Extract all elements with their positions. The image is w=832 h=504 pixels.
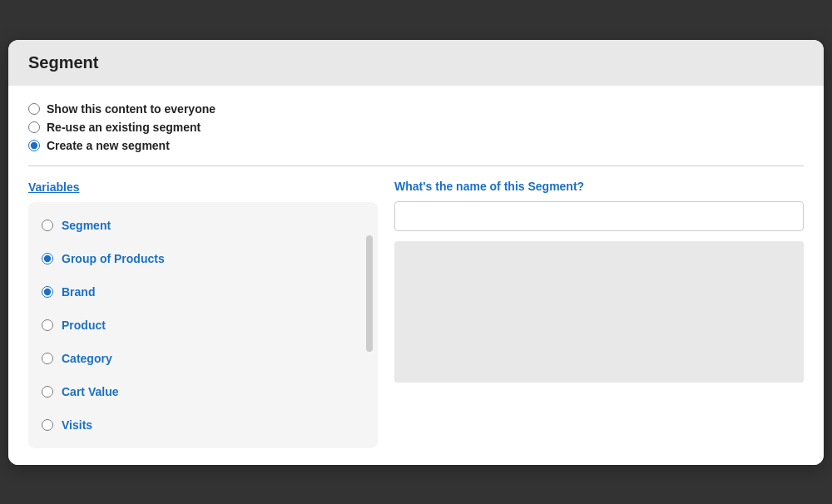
var-brand-radio[interactable]	[42, 286, 53, 298]
radio-reuse-segment-label[interactable]: Re-use an existing segment	[47, 121, 201, 134]
var-visits-label[interactable]: Visits	[62, 418, 92, 432]
var-category-label[interactable]: Category	[62, 352, 112, 365]
radio-create-new[interactable]: Create a new segment	[28, 139, 804, 152]
list-item[interactable]: Product	[28, 309, 378, 342]
segment-name-label: What's the name of this Segment?	[394, 180, 804, 193]
segment-preview	[394, 241, 804, 383]
radio-reuse-segment[interactable]: Re-use an existing segment	[28, 121, 804, 134]
radio-reuse-segment-input[interactable]	[28, 121, 40, 133]
radio-show-everyone-label[interactable]: Show this content to everyone	[47, 102, 215, 116]
var-group-products-label[interactable]: Group of Products	[62, 252, 165, 265]
segment-name-input[interactable]	[394, 201, 804, 231]
list-item[interactable]: Segment	[28, 209, 378, 242]
card-title: Segment	[28, 53, 804, 72]
radio-create-new-input[interactable]	[28, 140, 40, 151]
var-segment-radio[interactable]	[42, 220, 53, 231]
variables-list: Segment Group of Products Brand Product	[28, 202, 378, 448]
var-segment-label[interactable]: Segment	[62, 219, 111, 232]
list-item[interactable]: Brand	[28, 275, 378, 309]
card-body: Show this content to everyone Re-use an …	[8, 86, 824, 465]
var-cart-value-radio[interactable]	[42, 386, 53, 398]
top-radio-group: Show this content to everyone Re-use an …	[28, 102, 804, 152]
radio-show-everyone-input[interactable]	[28, 103, 40, 115]
var-visits-radio[interactable]	[42, 419, 53, 431]
radio-create-new-label[interactable]: Create a new segment	[47, 139, 170, 152]
var-product-radio[interactable]	[42, 319, 53, 331]
list-item[interactable]: Visits	[28, 408, 378, 442]
list-item[interactable]: Group of Products	[28, 242, 378, 275]
var-cart-value-label[interactable]: Cart Value	[62, 385, 118, 398]
var-group-products-radio[interactable]	[42, 253, 53, 264]
var-brand-label[interactable]: Brand	[62, 285, 95, 299]
card-header: Segment	[8, 40, 824, 86]
var-category-radio[interactable]	[42, 353, 53, 364]
left-panel: Variables Segment Group of Products Bran…	[28, 180, 378, 448]
list-item[interactable]: Category	[28, 342, 378, 375]
scrollbar[interactable]	[366, 235, 373, 352]
var-product-label[interactable]: Product	[62, 319, 106, 332]
list-item[interactable]: Cart Value	[28, 375, 378, 408]
content-area: Variables Segment Group of Products Bran…	[28, 180, 804, 448]
variables-label[interactable]: Variables	[28, 180, 80, 194]
radio-show-everyone[interactable]: Show this content to everyone	[28, 102, 804, 116]
right-panel: What's the name of this Segment?	[394, 180, 804, 448]
divider	[28, 166, 804, 166]
segment-card: Segment Show this content to everyone Re…	[8, 40, 824, 465]
